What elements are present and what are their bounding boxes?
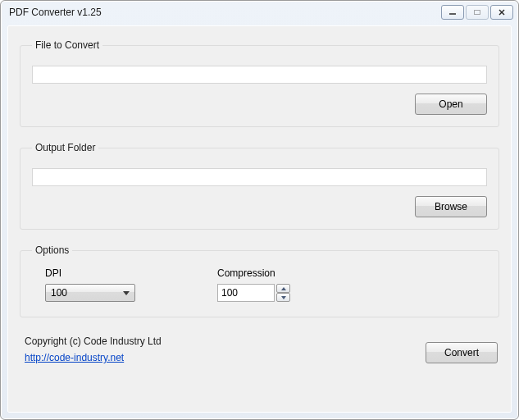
browse-button[interactable]: Browse — [415, 196, 487, 217]
svg-rect-1 — [475, 11, 480, 15]
output-folder-group: Output Folder Browse — [20, 142, 499, 230]
compression-option: Compression — [217, 267, 290, 302]
output-folder-input[interactable] — [32, 168, 487, 186]
dpi-label: DPI — [45, 267, 135, 279]
app-window: PDF Converter v1.25 File to Convert Open… — [0, 0, 519, 420]
chevron-down-icon — [281, 296, 286, 299]
minimize-button[interactable] — [441, 5, 464, 20]
website-link[interactable]: http://code-industry.net — [25, 352, 162, 363]
copyright-text: Copyright (c) Code Industry Ltd — [25, 336, 162, 347]
window-title: PDF Converter v1.25 — [9, 7, 439, 18]
window-controls — [439, 5, 513, 20]
maximize-button — [466, 5, 489, 20]
file-to-convert-group: File to Convert Open — [20, 39, 499, 127]
maximize-icon — [473, 9, 481, 16]
compression-step-down[interactable] — [276, 293, 290, 302]
chevron-up-icon — [281, 287, 286, 290]
compression-label: Compression — [217, 267, 290, 279]
open-button[interactable]: Open — [415, 94, 487, 115]
chevron-down-icon — [123, 291, 130, 295]
compression-step-up[interactable] — [276, 284, 290, 293]
output-folder-legend: Output Folder — [32, 142, 98, 153]
close-icon — [498, 9, 506, 16]
client-area: File to Convert Open Output Folder Brows… — [7, 25, 512, 413]
options-group: Options DPI 100 Compression — [20, 244, 499, 317]
dpi-combo[interactable]: 100 — [45, 284, 135, 302]
file-to-convert-legend: File to Convert — [32, 39, 102, 51]
dpi-value: 100 — [51, 287, 67, 299]
convert-button[interactable]: Convert — [426, 342, 498, 363]
minimize-icon — [448, 9, 457, 16]
compression-input[interactable] — [217, 284, 275, 302]
titlebar: PDF Converter v1.25 — [1, 1, 518, 24]
dpi-option: DPI 100 — [45, 267, 135, 302]
footer: Copyright (c) Code Industry Ltd http://c… — [20, 336, 499, 365]
options-legend: Options — [32, 244, 72, 256]
close-button[interactable] — [490, 5, 513, 20]
file-path-input[interactable] — [32, 66, 487, 84]
